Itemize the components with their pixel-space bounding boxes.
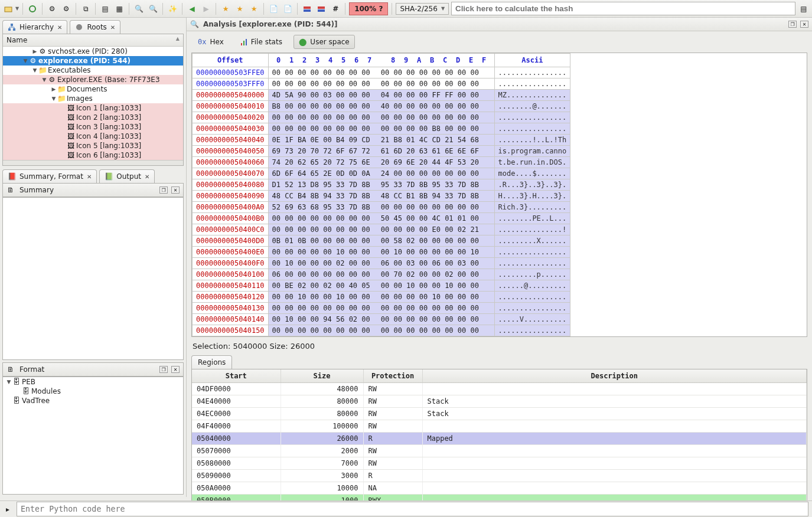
tab-hierarchy[interactable]: Hierarchy ✕ bbox=[2, 20, 67, 34]
tree-item[interactable]: 🖼Icon 6 [lang:1033] bbox=[3, 150, 183, 160]
star1-icon[interactable]: ★ bbox=[220, 3, 231, 15]
tree-item[interactable]: 🖼Icon 1 [lang:1033] bbox=[3, 103, 183, 113]
forward-icon[interactable]: ▶ bbox=[200, 3, 212, 15]
tree-item[interactable]: ▼📁Executables bbox=[3, 66, 183, 75]
hex-row[interactable]: 00000000050400706D 6F 64 65 2E 0D 0D 0A2… bbox=[193, 168, 570, 179]
region-row[interactable]: 04DF000048000RW bbox=[192, 383, 807, 395]
hex-row[interactable]: 000000000504014000 10 00 00 94 56 02 000… bbox=[193, 314, 570, 325]
doc1-icon[interactable]: 📄 bbox=[268, 3, 279, 15]
tree-item[interactable]: 🖼Icon 2 [lang:1033] bbox=[3, 113, 183, 122]
horizontal-scrollbar[interactable] bbox=[3, 160, 183, 166]
hex-row[interactable]: 000000000504011000 BE 02 00 02 00 40 050… bbox=[193, 280, 570, 292]
python-console-input[interactable] bbox=[17, 502, 808, 516]
copy-icon[interactable]: ⧉ bbox=[80, 3, 92, 15]
doc2-icon[interactable]: 📄 bbox=[282, 3, 294, 15]
hex-row[interactable]: 000000000504009048 CC B4 8B 94 33 7D 8B4… bbox=[193, 191, 570, 202]
format-item-modules[interactable]: 🗄Modules bbox=[3, 387, 183, 396]
tab-output[interactable]: 📗 Output ✕ bbox=[99, 169, 155, 183]
refresh-icon[interactable] bbox=[27, 3, 38, 15]
hex-row[interactable]: 000000000504002000 00 00 00 00 00 00 000… bbox=[193, 112, 570, 123]
close-icon[interactable]: ✕ bbox=[57, 24, 62, 31]
hash-algo-select[interactable]: SHA-2/256▼ bbox=[396, 3, 449, 15]
tree-twist-icon[interactable]: ▼ bbox=[41, 77, 48, 83]
tree-item[interactable]: ▼⚙Explorer.EXE (Base: 7FF73E3 bbox=[3, 75, 183, 84]
tree-twist-icon[interactable]: ▼ bbox=[31, 67, 38, 73]
region-row[interactable]: 0504000026000RMapped bbox=[192, 433, 807, 445]
region-row[interactable]: 04EC000080000RWStack bbox=[192, 408, 807, 420]
region-col-header[interactable]: Size bbox=[281, 369, 363, 383]
gear2-icon[interactable]: ⚙ bbox=[60, 3, 72, 15]
hex-row[interactable]: 0000000005040010B8 00 00 00 00 00 00 004… bbox=[193, 101, 570, 112]
star3-icon[interactable]: ★ bbox=[248, 3, 260, 15]
star2-icon[interactable]: ★ bbox=[234, 3, 246, 15]
tree-twist-icon[interactable]: ▶ bbox=[31, 48, 38, 54]
hex-row[interactable]: 00000000050400A052 69 63 68 95 33 7D 8B0… bbox=[193, 202, 570, 213]
restore-icon[interactable]: ❐ bbox=[159, 186, 168, 194]
tree-item[interactable]: ▼⚙explorer.exe (PID: 544) bbox=[3, 56, 183, 66]
hash-input[interactable] bbox=[451, 2, 795, 15]
hex-row[interactable]: 00000000050400F000 10 00 00 00 02 00 000… bbox=[193, 258, 570, 269]
hex-row[interactable]: 000000000504005069 73 20 70 72 6F 67 726… bbox=[193, 146, 570, 157]
hex-row[interactable]: 00000000050400004D 5A 90 00 03 00 00 000… bbox=[193, 90, 570, 101]
hex-row[interactable]: 000000000504012000 00 10 00 00 10 00 000… bbox=[193, 292, 570, 303]
tree-twist-icon[interactable]: ▼ bbox=[50, 96, 57, 102]
open-dropdown-icon[interactable]: ▼ bbox=[15, 6, 19, 11]
restore-icon[interactable]: ❐ bbox=[159, 366, 168, 373]
marker2-icon[interactable] bbox=[315, 3, 327, 15]
filestats-button[interactable]: File stats bbox=[235, 35, 288, 49]
searchx-icon[interactable]: 🔍 bbox=[147, 3, 159, 15]
hex-row[interactable]: 0000000005040080D1 52 13 D8 95 33 7D 8B9… bbox=[193, 179, 570, 191]
hex-row[interactable]: 000000000504003000 00 00 00 00 00 00 000… bbox=[193, 123, 570, 135]
region-col-header[interactable]: Description bbox=[422, 369, 807, 383]
tree-item[interactable]: 🖼Icon 5 [lang:1033] bbox=[3, 141, 183, 150]
hex-button[interactable]: 0xHex bbox=[193, 35, 229, 49]
restore-icon[interactable]: ❐ bbox=[788, 21, 797, 28]
wand-icon[interactable]: ✨ bbox=[167, 3, 178, 15]
tree-item[interactable]: ▼📁Images bbox=[3, 94, 183, 103]
region-row[interactable]: 050900003000R bbox=[192, 470, 807, 482]
hex-row[interactable]: 000000000504010006 00 00 00 00 00 00 000… bbox=[193, 269, 570, 280]
format-item-peb[interactable]: ▼🗄PEB bbox=[3, 377, 183, 387]
close-panel-icon[interactable]: ✕ bbox=[800, 21, 808, 28]
hex-row[interactable]: 00000000050400B000 00 00 00 00 00 00 005… bbox=[193, 213, 570, 224]
search-icon[interactable]: 🔍 bbox=[133, 3, 145, 15]
hex-row[interactable]: 00000000050400C000 00 00 00 00 00 00 000… bbox=[193, 224, 570, 235]
region-col-header[interactable]: Start bbox=[192, 369, 281, 383]
hex-row[interactable]: 000000000504006074 20 62 65 20 72 75 6E2… bbox=[193, 157, 570, 168]
tree-twist-icon[interactable]: ▶ bbox=[50, 86, 57, 92]
hex-row[interactable]: 000000000504013000 00 00 00 00 00 00 000… bbox=[193, 303, 570, 314]
hash-go-icon[interactable]: ▤ bbox=[798, 3, 810, 15]
progress-badge[interactable]: 100% ? bbox=[349, 2, 388, 15]
close-icon[interactable]: ✕ bbox=[145, 174, 149, 180]
tab-summary-format[interactable]: 📕 Summary, Format ✕ bbox=[2, 169, 97, 183]
gear1-icon[interactable]: ⚙ bbox=[46, 3, 58, 15]
back-icon[interactable]: ◀ bbox=[186, 3, 198, 15]
hex-row[interactable]: 00000000050400E000 00 00 00 00 10 00 000… bbox=[193, 247, 570, 258]
hex-row[interactable]: 00000000050400400E 1F BA 0E 00 B4 09 CD2… bbox=[193, 135, 570, 146]
hex-row[interactable]: 000000000504015000 00 00 00 00 00 00 000… bbox=[193, 325, 570, 336]
region-row[interactable]: 050700002000RW bbox=[192, 445, 807, 457]
region-row[interactable]: 04E4000080000RWStack bbox=[192, 395, 807, 408]
tree-item[interactable]: ▶⚙svchost.exe (PID: 280) bbox=[3, 47, 183, 56]
region-row[interactable]: 050800007000RW bbox=[192, 457, 807, 470]
hash-sign-icon[interactable]: # bbox=[330, 3, 341, 15]
open-file-icon[interactable] bbox=[2, 3, 14, 15]
close-panel-icon[interactable]: ✕ bbox=[171, 366, 180, 373]
tree-item[interactable]: 🖼Icon 3 [lang:1033] bbox=[3, 122, 183, 132]
layout2-icon[interactable]: ▦ bbox=[113, 3, 125, 15]
region-row[interactable]: 04F40000100000RW bbox=[192, 420, 807, 433]
tree-item[interactable]: ▶📁Documents bbox=[3, 84, 183, 94]
region-col-header[interactable]: Protection bbox=[363, 369, 422, 383]
layout1-icon[interactable]: ▤ bbox=[99, 3, 111, 15]
tab-regions[interactable]: Regions bbox=[191, 355, 232, 369]
hex-row[interactable]: 00000000050400D00B 01 0B 00 00 00 00 000… bbox=[193, 235, 570, 247]
close-icon[interactable]: ✕ bbox=[110, 24, 115, 31]
tab-roots[interactable]: Roots ✕ bbox=[70, 20, 120, 34]
tree-twist-icon[interactable]: ▼ bbox=[22, 58, 29, 64]
marker1-icon[interactable] bbox=[301, 3, 313, 15]
close-icon[interactable]: ✕ bbox=[87, 174, 92, 180]
hex-row[interactable]: 000000000503FFF000 00 00 00 00 00 00 000… bbox=[193, 78, 570, 90]
tree-header[interactable]: Name▲ bbox=[3, 34, 183, 47]
format-item-vadtree[interactable]: 🗄VadTree bbox=[3, 396, 183, 405]
close-panel-icon[interactable]: ✕ bbox=[171, 186, 180, 194]
